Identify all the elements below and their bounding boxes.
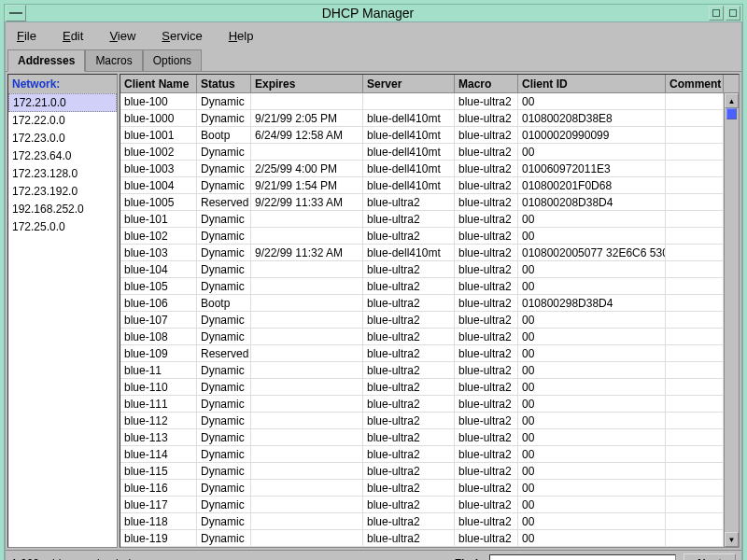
sidebar-item-network[interactable]: 172.21.0.0: [8, 93, 117, 112]
sidebar-item-network[interactable]: 172.22.0.0: [8, 112, 117, 130]
vertical-scrollbar[interactable]: ▲ ▼: [724, 93, 739, 547]
table-row[interactable]: blue-102Dynamicblue-ultra2blue-ultra200: [120, 228, 739, 245]
cell-id: 00: [518, 329, 666, 344]
table-row[interactable]: blue-112Dynamicblue-ultra2blue-ultra200: [120, 413, 739, 429]
content-area: Network: 172.21.0.0172.22.0.0172.23.0.01…: [6, 71, 741, 550]
cell-macro: blue-ultra2: [455, 93, 518, 109]
cell-status: Dynamic: [197, 413, 251, 428]
table-row[interactable]: blue-104Dynamicblue-ultra2blue-ultra200: [120, 261, 739, 278]
cell-comment: [666, 295, 724, 311]
table-row[interactable]: blue-109Reservedblue-ultra2blue-ultra200: [120, 345, 739, 362]
cell-id: 010800201F0D68: [518, 177, 666, 193]
column-comment[interactable]: Comment: [666, 75, 724, 92]
table-row[interactable]: blue-116Dynamicblue-ultra2blue-ultra200: [120, 480, 739, 497]
cell-id: 00: [518, 93, 666, 109]
cell-server: blue-ultra2: [363, 530, 455, 546]
table-row[interactable]: blue-1001Bootp6/24/99 12:58 AMblue-dell4…: [120, 127, 739, 144]
menu-file[interactable]: File: [17, 29, 36, 43]
cell-id: 00: [518, 345, 666, 361]
table-row[interactable]: blue-106Bootpblue-ultra2blue-ultra201080…: [120, 295, 739, 312]
table-row[interactable]: blue-119Dynamicblue-ultra2blue-ultra200: [120, 530, 739, 547]
table-row[interactable]: blue-1000Dynamic9/21/99 2:05 PMblue-dell…: [120, 110, 739, 127]
table-row[interactable]: blue-11Dynamicblue-ultra2blue-ultra200: [120, 362, 739, 379]
cell-status: Dynamic: [197, 144, 251, 160]
sidebar-item-network[interactable]: 192.168.252.0: [8, 201, 117, 218]
cell-client: blue-118: [120, 513, 197, 529]
cell-expires: [251, 480, 363, 496]
maximize-button[interactable]: [726, 6, 740, 21]
window-menu-button[interactable]: [6, 5, 26, 21]
cell-status: Dynamic: [197, 245, 251, 260]
table-row[interactable]: blue-108Dynamicblue-ultra2blue-ultra200: [120, 329, 739, 345]
scroll-up-button[interactable]: ▲: [725, 93, 739, 108]
cell-id: 00: [518, 278, 666, 294]
scroll-down-button[interactable]: ▼: [725, 532, 739, 547]
menu-service[interactable]: Service: [162, 29, 202, 43]
table-row[interactable]: blue-117Dynamicblue-ultra2blue-ultra200: [120, 497, 739, 513]
cell-client: blue-107: [120, 312, 197, 328]
cell-macro: blue-ultra2: [455, 127, 518, 143]
sidebar-item-network[interactable]: 172.23.128.0: [8, 165, 117, 183]
table-header: Client Name Status Expires Server Macro …: [120, 75, 739, 93]
cell-server: blue-ultra2: [363, 463, 455, 479]
cell-client: blue-119: [120, 530, 197, 546]
table-row[interactable]: blue-103Dynamic9/22/99 11:32 AMblue-dell…: [120, 245, 739, 261]
table-row[interactable]: blue-101Dynamicblue-ultra2blue-ultra200: [120, 211, 739, 228]
table-row[interactable]: blue-118Dynamicblue-ultra2blue-ultra200: [120, 513, 739, 530]
column-expires[interactable]: Expires: [251, 75, 363, 92]
cell-expires: [251, 278, 363, 294]
title-bar: DHCP Manager: [4, 4, 743, 21]
cell-comment: [666, 312, 724, 328]
cell-status: Dynamic: [197, 396, 251, 412]
table-row[interactable]: blue-100Dynamicblue-ultra200: [120, 93, 739, 110]
table-row[interactable]: blue-1004Dynamic9/21/99 1:54 PMblue-dell…: [120, 177, 739, 194]
cell-status: Dynamic: [197, 110, 251, 126]
cell-id: 00: [518, 362, 666, 378]
menu-help[interactable]: Help: [229, 29, 254, 43]
table-row[interactable]: blue-115Dynamicblue-ultra2blue-ultra200: [120, 463, 739, 480]
cell-expires: [251, 379, 363, 395]
cell-server: blue-ultra2: [363, 194, 455, 210]
cell-status: Dynamic: [197, 211, 251, 227]
table-row[interactable]: blue-1002Dynamicblue-dell410mtblue-ultra…: [120, 144, 739, 161]
sidebar-item-network[interactable]: 172.23.64.0: [8, 147, 117, 165]
next-button[interactable]: Next: [684, 553, 736, 561]
table-row[interactable]: blue-114Dynamicblue-ultra2blue-ultra200: [120, 446, 739, 463]
menu-view[interactable]: View: [109, 29, 135, 43]
cell-server: blue-dell410mt: [363, 161, 455, 176]
cell-comment: [666, 413, 724, 428]
table-row[interactable]: blue-111Dynamicblue-ultra2blue-ultra200: [120, 396, 739, 413]
cell-id: 00: [518, 413, 666, 428]
cell-comment: [666, 379, 724, 395]
sidebar-item-network[interactable]: 172.23.0.0: [8, 130, 117, 147]
table-row[interactable]: blue-1003Dynamic2/25/99 4:00 PMblue-dell…: [120, 161, 739, 177]
cell-status: Dynamic: [197, 228, 251, 244]
table-row[interactable]: blue-107Dynamicblue-ultra2blue-ultra200: [120, 312, 739, 329]
tab-addresses[interactable]: Addresses: [7, 49, 85, 72]
sidebar-item-network[interactable]: 172.23.192.0: [8, 183, 117, 201]
table-row[interactable]: blue-113Dynamicblue-ultra2blue-ultra200: [120, 429, 739, 446]
scroll-thumb[interactable]: [726, 108, 737, 119]
cell-macro: blue-ultra2: [455, 530, 518, 546]
sidebar-item-network[interactable]: 172.25.0.0: [8, 218, 117, 236]
column-client-name[interactable]: Client Name: [120, 75, 197, 92]
column-client-id[interactable]: Client ID: [518, 75, 666, 92]
column-status[interactable]: Status: [197, 75, 251, 92]
cell-macro: blue-ultra2: [455, 278, 518, 294]
cell-comment: [666, 530, 724, 546]
column-macro[interactable]: Macro: [455, 75, 518, 92]
find-input[interactable]: [489, 554, 676, 561]
minimize-button[interactable]: [709, 6, 724, 21]
cell-macro: blue-ultra2: [455, 211, 518, 227]
table-row[interactable]: blue-1005Reserved9/22/99 11:33 AMblue-ul…: [120, 194, 739, 211]
tab-macros[interactable]: Macros: [85, 49, 142, 72]
cell-status: Dynamic: [197, 530, 251, 546]
column-server[interactable]: Server: [363, 75, 455, 92]
network-list: 172.21.0.0172.22.0.0172.23.0.0172.23.64.…: [8, 93, 117, 236]
table-row[interactable]: blue-105Dynamicblue-ultra2blue-ultra200: [120, 278, 739, 295]
cell-client: blue-1004: [120, 177, 197, 193]
cell-id: 00: [518, 480, 666, 496]
table-row[interactable]: blue-110Dynamicblue-ultra2blue-ultra200: [120, 379, 739, 396]
menu-edit[interactable]: Edit: [63, 29, 83, 43]
tab-options[interactable]: Options: [143, 49, 202, 72]
